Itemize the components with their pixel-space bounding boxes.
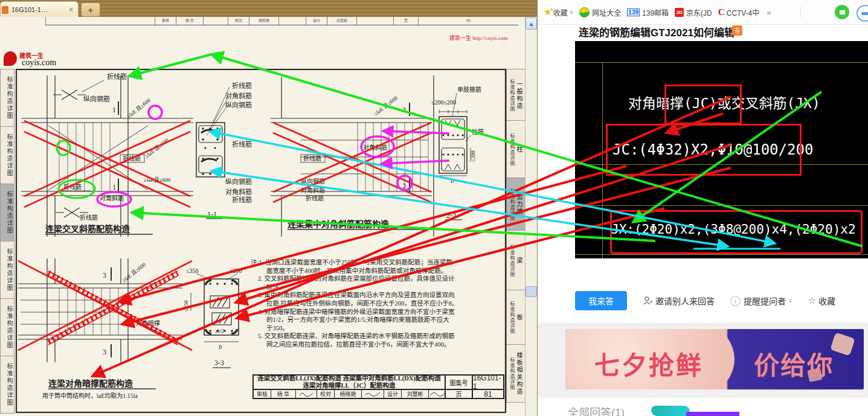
site-watermark: 建筑一生 http://coyis.com: [449, 34, 528, 42]
cad-grid-line: [575, 205, 868, 206]
bookmark-favorites[interactable]: ★+ 收藏 ∨: [544, 7, 573, 18]
bookmark-139-mail[interactable]: 139 139邮箱: [627, 7, 669, 18]
bookmark-cctv[interactable]: C CCTV-4中: [718, 7, 760, 18]
new-tab-button[interactable]: +: [81, 2, 100, 17]
question-actions: 我来答 邀请别人来回答 i 提醒提问者 ∨ ☆ 收藏: [575, 290, 868, 311]
fig-no-value: 16G101-1: [472, 375, 504, 389]
tab-favicon-icon: [2, 6, 8, 14]
cad-red-box-1: [664, 85, 742, 124]
sheet-tab-left-4[interactable]: 标准构造详图: [0, 241, 14, 299]
sheet-tab-left-2[interactable]: 标准构造详图: [0, 126, 14, 184]
favorite-button[interactable]: ☆ 收藏: [808, 295, 835, 307]
fig-no-label: 图集号: [445, 375, 472, 389]
signature: [428, 390, 445, 398]
sheet-tab-left-6[interactable]: 标准构造详图: [0, 356, 14, 414]
question-cad-image[interactable]: 对角暗撑(JC)或交叉斜筋(JX) JC:(4Φ32)X2,Φ10@100/20…: [575, 41, 868, 258]
answerer-logo: [651, 406, 690, 416]
star-outline-icon: ☆: [808, 295, 816, 306]
person-plus-icon: [643, 296, 652, 306]
cad-red-box-3: [610, 210, 863, 254]
browser-tab-16g101[interactable]: 16G101-1… ×: [0, 1, 79, 18]
answer-button[interactable]: 我来答: [575, 291, 627, 310]
sheet-tab-left-5[interactable]: 标准构造详图: [0, 298, 14, 356]
jd-icon: JD: [675, 8, 684, 17]
info-icon: i: [730, 296, 741, 306]
toolbar-divider: [800, 7, 801, 18]
bookmarks-overflow-chevron[interactable]: »: [767, 8, 771, 17]
signature: [361, 390, 384, 398]
invite-answer-button[interactable]: 邀请别人来回答: [643, 295, 715, 307]
title-block-name: 连梁交叉斜筋LL(JX)配筋构造 连梁集中对角斜筋LL(DX)配筋构造 连梁对角…: [253, 375, 445, 389]
answers-header: 全部回答(1): [568, 404, 625, 416]
sheet-tab-slab-related[interactable]: 标准构造详图 楼板相关构造: [506, 344, 526, 403]
title-block-signature-row: 审核 杨 华 校对 杨晓艳 设计 刘慧彬: [253, 389, 445, 398]
sheet-notes: 注:1. 当洞口连梁截面宽度不小于250时，可采用交叉斜筋配筋；当连梁截 面宽度…: [251, 258, 506, 349]
bookmark-nav[interactable]: 网址大全: [579, 7, 621, 18]
tab-close-icon[interactable]: ×: [69, 5, 73, 14]
page-number: 81: [472, 389, 504, 398]
ad-decoration: [830, 332, 855, 356]
question-badge: 专: [732, 25, 742, 36]
reader-mode-icon[interactable]: [835, 5, 849, 19]
ad-text-left: 七夕抢鲜: [594, 345, 703, 382]
sheet-tab-general[interactable]: 标准构造详图 一般构造: [506, 69, 526, 121]
sheet-tab-left-1[interactable]: 标准构造详图: [0, 69, 14, 127]
bookmark-jd[interactable]: JD 京东(JD: [675, 7, 712, 18]
ad-text-right: 价给你: [754, 345, 834, 382]
doc-scrollbar[interactable]: [525, 17, 537, 416]
page-label: 页: [445, 389, 472, 398]
nav-site-icon: [579, 7, 590, 18]
bookmarks-bar: ★+ 收藏 ∨ 网址大全 139 139邮箱 JD 京东(JD C CCTV-4…: [538, 0, 868, 25]
coyis-logo-icon: [4, 51, 17, 66]
cad-red-box-2: [606, 124, 802, 176]
cad-grid-line: [575, 254, 868, 255]
remind-asker-button[interactable]: i 提醒提问者 ∨: [730, 295, 792, 307]
signature: [295, 390, 317, 398]
chevron-down-icon: ∨: [570, 9, 574, 15]
sheet-tab-beam[interactable]: 标准构造详图 梁: [506, 230, 526, 291]
sheet-tab-shearwall-active[interactable]: 标准构造详图 剪力墙: [506, 178, 526, 231]
sheet-tab-slab[interactable]: 标准构造详图 板: [506, 290, 526, 345]
coyis-logo-domain: coyis.com: [22, 58, 56, 68]
screenshot-root: 16G101-1… × + 审核 杨 华 校对 杨晓艳 设计 刘慧彬 页 80 …: [0, 0, 868, 416]
cctv-icon: C: [718, 7, 725, 18]
answerer-logo-bar: [686, 412, 739, 416]
cad-grid-line: [575, 62, 868, 63]
question-title[interactable]: 连梁的钢筋编辑GTJ2021如何编辑: [579, 24, 735, 39]
doc-scroll-thumb[interactable]: [526, 286, 537, 297]
tab-title: 16G101-1…: [11, 6, 48, 13]
sheet-tab-left-3-active[interactable]: 标准构造详图: [0, 184, 14, 242]
sheet-title-block: 连梁交叉斜筋LL(JX)配筋构造 连梁集中对角斜筋LL(DX)配筋构造 连梁对角…: [252, 374, 504, 399]
document-viewport: [0, 17, 538, 416]
ad-banner[interactable]: 七夕抢鲜 价给你: [565, 329, 864, 389]
139-mail-icon: 139: [627, 8, 640, 16]
sheet-tab-column[interactable]: 标准构造详图 柱: [506, 120, 526, 179]
doc-scroll-up-button[interactable]: ▲: [526, 18, 537, 30]
chevron-down-icon: ∨: [788, 298, 792, 304]
previous-sheet-table-strip: 审核 杨 华 校对 杨晓艳 设计 刘慧彬 页 80: [45, 17, 518, 25]
cad-grid-line: [602, 62, 603, 258]
